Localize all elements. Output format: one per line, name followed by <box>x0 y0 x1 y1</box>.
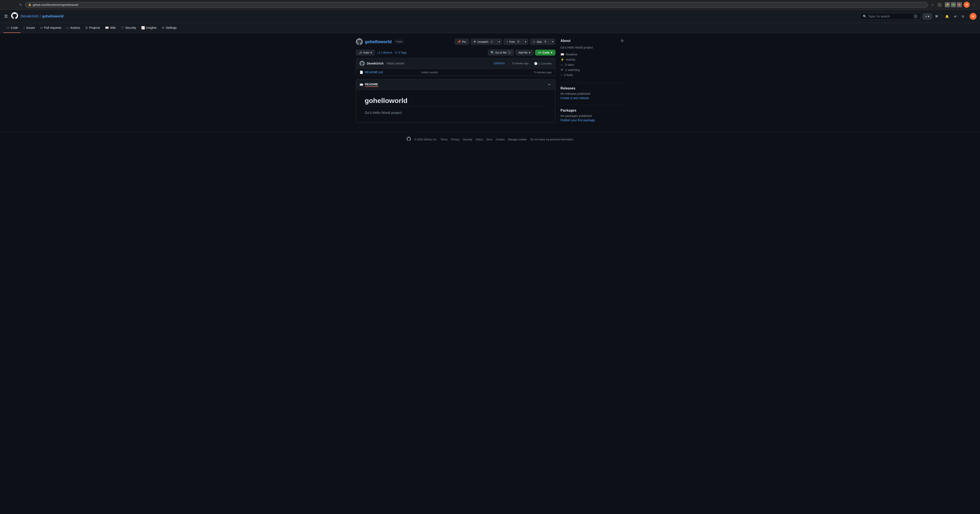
browser-user-avatar[interactable]: U <box>964 2 970 8</box>
footer-docs-link[interactable]: Docs <box>486 138 492 141</box>
unwatch-button-group: 👁 Unwatch 1 ▾ <box>471 39 502 45</box>
code-main-button[interactable]: <> Code ▾ <box>535 50 555 55</box>
stars-link-row[interactable]: ☆ 0 stars <box>560 62 624 67</box>
header-actions: + ▾ ⌘ 🔔 ⇄ ⊙ U <box>923 13 977 20</box>
nav-tab-insights[interactable]: 📈 Insights <box>138 23 159 33</box>
browser-menu-button[interactable]: ⋮ <box>971 2 977 8</box>
go-to-file-button[interactable]: 🔍 Go to file t <box>488 49 514 56</box>
browser-address-bar[interactable]: 🔒 github.com/DenekUrich/gohelloworld <box>25 2 928 8</box>
issues-button[interactable]: ⊙ <box>960 13 966 19</box>
nav-tab-issues[interactable]: ○ Issues <box>21 23 38 33</box>
unwatch-main-button[interactable]: 👁 Unwatch 1 <box>471 39 497 45</box>
readme-link-row[interactable]: 📖 Readme <box>560 52 624 57</box>
pin-button[interactable]: 📌 Pin <box>455 39 469 45</box>
readme-description: Go's Hello World project <box>365 110 547 116</box>
readme-edit-button[interactable]: ✏ <box>547 82 552 88</box>
readme-header: 📖 README ✏ <box>356 80 555 90</box>
add-file-main-button[interactable]: Add file ▾ <box>516 50 533 55</box>
commit-time: 5 minutes ago <box>512 62 528 65</box>
fork-button-group: ⑂ Fork 0 ▾ <box>504 39 528 45</box>
breadcrumb-repo-link[interactable]: gohelloworld <box>42 14 64 18</box>
watching-sidebar-label: 1 watching <box>565 68 580 72</box>
footer-cookies-link[interactable]: Manage cookies <box>508 138 527 141</box>
extension-icon-1[interactable]: 🔑 <box>945 2 950 7</box>
nav-tab-settings-label: Settings <box>166 26 177 29</box>
nav-tab-wiki-label: Wiki <box>110 26 116 29</box>
search-kbd: / <box>914 14 918 18</box>
footer-terms-link[interactable]: Terms <box>441 138 448 141</box>
commit-sep: · <box>509 62 509 65</box>
hamburger-menu-button[interactable]: ☰ <box>3 13 9 19</box>
browser-bookmark-button[interactable]: ☆ <box>930 2 935 8</box>
commits-history-icon: 🕐 <box>534 62 538 65</box>
commit-message: Initial commit <box>387 62 404 65</box>
star-caret-button[interactable]: ▾ <box>550 39 555 45</box>
repo-title-section: gohelloworld Public <box>356 38 405 45</box>
extension-icon-2[interactable]: 🧩 <box>951 2 956 7</box>
branches-link[interactable]: ⎇ 1 Branch <box>377 51 392 54</box>
browser-actions: ☆ ⬛ <box>930 2 943 8</box>
command-palette-button[interactable]: ⌘ <box>933 13 940 19</box>
file-table: DenekUrich Initial commit d39f824 · 5 mi… <box>356 58 555 76</box>
commits-history-link[interactable]: 🕐 1 Commits <box>534 62 552 65</box>
file-name-link[interactable]: README.md <box>365 70 421 74</box>
watching-link-row[interactable]: 👁 1 watching <box>560 67 624 72</box>
nav-tab-pull-requests[interactable]: ⇄ Pull requests <box>38 23 64 33</box>
browser-screenshot-button[interactable]: ⬛ <box>936 2 943 8</box>
fork-caret-button[interactable]: ▾ <box>523 39 528 45</box>
nav-tab-projects-label: Projects <box>89 26 100 29</box>
about-settings-button[interactable]: ⚙ <box>620 38 624 43</box>
pull-requests-nav-icon: ⇄ <box>40 26 43 29</box>
file-commit-message: Initial commit <box>421 71 534 74</box>
github-logo[interactable] <box>11 12 18 21</box>
star-label: Star <box>537 40 542 43</box>
footer-security-link[interactable]: Security <box>463 138 472 141</box>
global-search-bar[interactable]: 🔍 Type / to search / <box>860 13 920 19</box>
fork-icon: ⑂ <box>506 40 508 43</box>
nav-tab-actions[interactable]: ▷ Actions <box>64 23 83 33</box>
commit-hash[interactable]: d39f824 <box>494 62 505 65</box>
create-new-button[interactable]: + ▾ <box>923 13 932 19</box>
activity-link-row[interactable]: ⚡ Activity <box>560 57 624 62</box>
fork-main-button[interactable]: ⑂ Fork 0 <box>504 39 523 45</box>
repo-header-buttons: 📌 Pin 👁 Unwatch 1 ▾ ⑂ Fork <box>455 39 555 45</box>
fork-label: Fork <box>509 40 515 43</box>
star-main-button[interactable]: ☆ Star 0 <box>530 39 550 45</box>
browser-forward-button[interactable]: → <box>10 2 16 8</box>
browser-url: github.com/DenekUrich/gohelloworld <box>33 3 78 6</box>
nav-tab-code[interactable]: <> Code <box>3 23 21 33</box>
forks-link-row[interactable]: ⑂ 0 forks <box>560 72 624 78</box>
branches-count: 1 Branch <box>381 51 392 54</box>
repo-name[interactable]: gohelloworld <box>365 39 391 44</box>
notifications-button[interactable]: 🔔 <box>943 13 951 19</box>
browser-reload-button[interactable]: ↻ <box>18 2 23 7</box>
tags-link[interactable]: 🏷 0 Tags <box>395 51 407 54</box>
user-avatar[interactable]: U <box>970 13 977 20</box>
breadcrumb-separator: / <box>40 14 41 18</box>
unwatch-caret-button[interactable]: ▾ <box>497 39 502 45</box>
breadcrumb-user-link[interactable]: DenekUrich <box>21 14 39 18</box>
commit-author-link[interactable]: DenekUrich <box>367 62 383 65</box>
readme-box: 📖 README ✏ gohelloworld Go's Hello World… <box>356 79 555 123</box>
add-file-button-group: Add file ▾ <box>515 50 533 56</box>
publish-package-link[interactable]: Publish your first package <box>560 118 595 122</box>
nav-tab-wiki[interactable]: 📖 Wiki <box>102 23 118 33</box>
footer-status-link[interactable]: Status <box>476 138 483 141</box>
sidebar-about-header: About ⚙ <box>560 38 624 43</box>
create-release-link[interactable]: Create a new release <box>560 96 589 100</box>
browser-back-button[interactable]: ← <box>3 2 9 8</box>
footer-contact-link[interactable]: Contact <box>496 138 504 141</box>
commit-author-avatar <box>360 61 365 66</box>
nav-tab-projects[interactable]: ⊞ Projects <box>83 23 103 33</box>
watching-sidebar-icon: 👁 <box>560 68 563 72</box>
nav-tab-settings[interactable]: ⚙ Settings <box>159 23 179 33</box>
extension-icon-3[interactable]: 📮 <box>957 2 962 7</box>
branch-selector-button[interactable]: ⎇ main ▾ <box>356 50 375 56</box>
footer-do-not-share-link[interactable]: Do not share my personal information <box>530 138 573 141</box>
readme-sidebar-label: Readme <box>566 53 577 56</box>
footer-privacy-link[interactable]: Privacy <box>451 138 460 141</box>
nav-tab-security[interactable]: 🛡 Security <box>118 23 139 33</box>
star-count: 0 <box>543 40 547 43</box>
forks-sidebar-icon: ⑂ <box>560 73 562 77</box>
pull-requests-button[interactable]: ⇄ <box>952 13 958 19</box>
